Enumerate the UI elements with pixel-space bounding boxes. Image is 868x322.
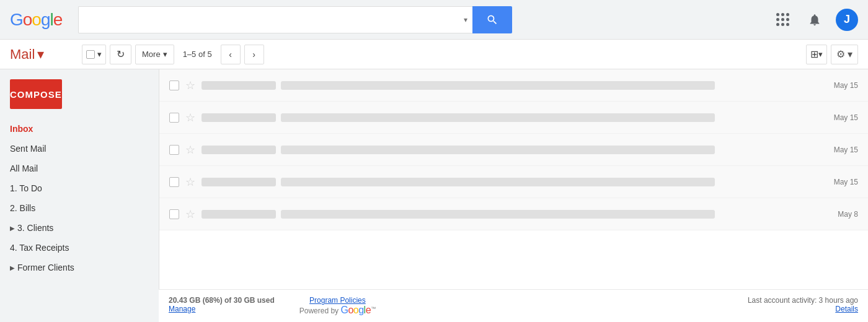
settings-button[interactable]: ⚙ ▾	[831, 45, 858, 64]
email-sender-bar	[202, 210, 276, 219]
sidebar-item-tax-receipts-label: 4. Tax Receipts	[10, 243, 69, 253]
prev-page-button[interactable]: ‹	[221, 45, 241, 64]
sidebar-item-former-clients-label: Former Clients	[17, 263, 74, 272]
refresh-button[interactable]: ↻	[110, 45, 131, 64]
details-link[interactable]: Details	[748, 305, 858, 313]
email-checkbox[interactable]	[169, 177, 179, 187]
email-subject-bar	[281, 178, 715, 186]
table-row[interactable]: ☆ May 15	[159, 134, 868, 166]
logo-o2: o	[32, 10, 41, 30]
email-checkbox[interactable]	[169, 209, 179, 219]
view-button[interactable]: ⊞ ▾	[806, 45, 827, 64]
search-input[interactable]	[85, 14, 453, 25]
header: Google ▾	[0, 0, 868, 40]
manage-link[interactable]: Manage	[169, 305, 195, 313]
grid-dots	[776, 13, 789, 26]
activity-text: Last account activity: 3 hours ago	[748, 296, 858, 305]
star-icon[interactable]: ☆	[185, 79, 195, 92]
select-checkbox-icon	[86, 50, 95, 59]
email-content	[202, 178, 828, 186]
more-label: More	[142, 50, 161, 59]
sidebar-item-todo-label: 1. To Do	[10, 183, 42, 193]
sidebar-item-sent-mail[interactable]: Sent Mail	[0, 139, 159, 159]
sidebar-item-bills[interactable]: 2. Bills	[0, 198, 159, 218]
storage-text: 20.43 GB (68%) of 30 GB used	[169, 296, 275, 305]
email-checkbox[interactable]	[169, 80, 179, 90]
search-bar: ▾	[78, 6, 512, 33]
table-row[interactable]: ☆ May 15	[159, 102, 868, 134]
footer-center: Program Policies Powered by Google™	[299, 296, 376, 316]
sidebar-item-clients[interactable]: ▶ 3. Clients	[0, 218, 159, 238]
settings-icon: ⚙	[836, 48, 845, 60]
star-icon[interactable]: ☆	[185, 207, 195, 221]
email-subject-bar	[281, 146, 715, 154]
google-logo: Google	[10, 10, 66, 30]
powered-by-text: Powered by Google™	[299, 305, 376, 316]
header-right: J	[771, 9, 858, 31]
email-sender-bar	[202, 81, 276, 90]
settings-dropdown-icon: ▾	[848, 48, 852, 60]
email-content	[202, 81, 828, 90]
sidebar-item-former-clients-arrow: ▶	[10, 264, 15, 271]
view-dropdown-icon: ▾	[818, 50, 823, 59]
logo-e: e	[53, 10, 63, 30]
toolbar-right: ⊞ ▾ ⚙ ▾	[806, 45, 858, 64]
select-checkbox-button[interactable]: ▾	[82, 45, 106, 64]
mail-label-text: Mail	[10, 46, 35, 63]
star-icon[interactable]: ☆	[185, 143, 195, 157]
star-icon[interactable]: ☆	[185, 111, 195, 124]
email-content	[202, 210, 831, 219]
sidebar-item-all-mail[interactable]: All Mail	[0, 159, 159, 178]
search-input-wrapper	[78, 6, 459, 33]
email-date: May 15	[834, 178, 858, 186]
email-subject-bar	[281, 113, 715, 122]
avatar[interactable]: J	[836, 9, 858, 31]
email-checkbox[interactable]	[169, 145, 179, 155]
sidebar-item-inbox[interactable]: Inbox	[0, 119, 159, 139]
main-content: COMPOSE Inbox Sent Mail All Mail 1. To D…	[0, 69, 868, 322]
email-checkbox[interactable]	[169, 113, 179, 123]
footer-activity: Last account activity: 3 hours ago Detai…	[748, 296, 858, 313]
logo-o1: o	[23, 10, 32, 30]
search-button[interactable]	[472, 6, 512, 33]
sidebar-item-all-mail-label: All Mail	[10, 163, 38, 173]
search-dropdown-button[interactable]: ▾	[459, 6, 472, 33]
bell-icon[interactable]	[804, 9, 826, 31]
email-list-container: ☆ May 15 ☆ May 15 ☆	[159, 69, 868, 322]
table-row[interactable]: ☆ May 15	[159, 166, 868, 198]
sidebar-item-sent-mail-label: Sent Mail	[10, 144, 46, 154]
email-subject-bar	[281, 210, 715, 219]
sidebar-item-clients-arrow: ▶	[10, 225, 15, 232]
logo-g: G	[10, 10, 23, 30]
mini-google-logo: Google	[340, 305, 371, 316]
sub-header: Mail ▾ ▾ ↻ More ▾ 1–5 of 5 ‹ › ⊞ ▾ ⚙ ▾	[0, 40, 868, 69]
sidebar-item-todo[interactable]: 1. To Do	[0, 178, 159, 198]
table-row[interactable]: ☆ May 8	[159, 198, 868, 230]
sidebar-item-tax-receipts[interactable]: 4. Tax Receipts	[0, 238, 159, 258]
sidebar-item-former-clients[interactable]: ▶ Former Clients	[0, 258, 159, 277]
email-sender-bar	[202, 178, 276, 186]
mail-dropdown-button[interactable]: Mail ▾	[10, 46, 72, 63]
view-icon: ⊞	[810, 48, 818, 60]
email-subject-bar	[281, 81, 715, 90]
next-page-button[interactable]: ›	[244, 45, 264, 64]
compose-button[interactable]: COMPOSE	[10, 79, 62, 109]
pagination-info: 1–5 of 5	[183, 50, 212, 59]
footer-google-brand: Powered by Google™	[299, 305, 376, 316]
email-date: May 15	[834, 146, 858, 154]
mail-dropdown-icon: ▾	[37, 46, 44, 63]
table-row[interactable]: ☆ May 15	[159, 69, 868, 102]
grid-icon[interactable]	[771, 9, 794, 31]
more-dropdown-icon: ▾	[163, 50, 167, 59]
program-policies-link[interactable]: Program Policies	[309, 296, 366, 305]
more-button[interactable]: More ▾	[135, 45, 174, 64]
sidebar-item-bills-label: 2. Bills	[10, 203, 35, 213]
email-date: May 15	[834, 81, 858, 90]
select-dropdown-chevron: ▾	[97, 50, 102, 59]
email-content	[202, 146, 828, 154]
footer: 20.43 GB (68%) of 30 GB used Manage Prog…	[159, 289, 868, 322]
sidebar: COMPOSE Inbox Sent Mail All Mail 1. To D…	[0, 69, 159, 322]
email-sender-bar	[202, 113, 276, 122]
star-icon[interactable]: ☆	[185, 175, 195, 189]
logo-g2: g	[41, 10, 50, 30]
